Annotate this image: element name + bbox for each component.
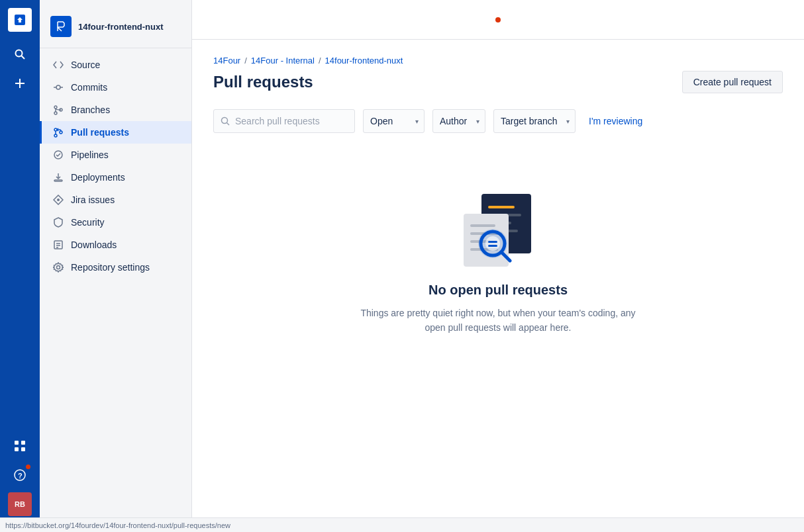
breadcrumb-sep-2: / <box>319 56 321 66</box>
empty-illustration <box>445 181 551 267</box>
sidebar-item-repo-settings[interactable]: Repository settings <box>40 256 191 279</box>
empty-state: No open pull requests Things are pretty … <box>213 154 783 362</box>
svg-point-21 <box>60 131 62 134</box>
sidebar-item-security[interactable]: Security <box>40 211 191 234</box>
sidebar-item-pipelines[interactable]: Pipelines <box>40 144 191 166</box>
breadcrumb-root[interactable]: 14Four <box>213 56 240 66</box>
sidebar-item-pull-requests[interactable]: Pull requests <box>40 121 191 144</box>
deployments-icon <box>52 171 64 183</box>
branches-icon <box>52 104 64 116</box>
source-icon <box>52 59 64 71</box>
downloads-icon <box>52 239 64 251</box>
svg-rect-48 <box>488 245 497 247</box>
sidebar-item-branches[interactable]: Branches <box>40 99 191 121</box>
add-icon-btn[interactable] <box>8 71 32 95</box>
sidebar-item-commits[interactable]: Commits <box>40 76 191 99</box>
filters-bar: Open Merged Declined ▾ Author ▾ Target b… <box>213 109 783 133</box>
user-avatar[interactable]: RB <box>8 492 32 516</box>
repo-header: 14four-frontend-nuxt <box>40 11 191 48</box>
breadcrumb-sep-1: / <box>244 56 247 66</box>
status-bar: https://bitbucket.org/14fourdev/14four-f… <box>0 517 804 532</box>
status-filter[interactable]: Open Merged Declined ▾ <box>363 109 425 133</box>
main-content: 14Four / 14Four - Internal / 14four-fron… <box>192 0 804 532</box>
top-bar <box>192 0 804 40</box>
content-area: 14Four / 14Four - Internal / 14four-fron… <box>192 40 804 532</box>
settings-icon <box>52 261 64 273</box>
empty-state-description: Things are pretty quiet right now, but w… <box>352 306 644 335</box>
pull-requests-icon <box>52 126 64 138</box>
icon-bar: ? RB <box>0 0 40 532</box>
search-input[interactable] <box>235 116 348 126</box>
svg-point-31 <box>222 118 228 124</box>
svg-rect-47 <box>488 241 497 243</box>
author-select[interactable]: Author <box>440 116 478 126</box>
svg-point-25 <box>57 199 60 201</box>
search-box <box>213 109 355 133</box>
search-icon-btn[interactable] <box>8 42 32 66</box>
author-filter[interactable]: Author ▾ <box>432 109 485 133</box>
sidebar-item-downloads[interactable]: Downloads <box>40 234 191 256</box>
pipelines-icon <box>52 149 64 161</box>
svg-line-32 <box>227 123 230 126</box>
notification-dot <box>495 17 501 22</box>
svg-point-16 <box>54 112 57 114</box>
sidebar: 14four-frontend-nuxt Source Commits <box>40 0 192 532</box>
sidebar-item-deployments[interactable]: Deployments <box>40 166 191 189</box>
svg-point-46 <box>485 236 500 251</box>
repo-icon <box>50 16 72 37</box>
sidebar-label-branches: Branches <box>71 105 110 115</box>
sidebar-label-deployments: Deployments <box>71 172 125 183</box>
svg-point-20 <box>54 134 57 137</box>
jira-icon <box>52 194 64 206</box>
commits-icon <box>52 81 64 93</box>
svg-rect-6 <box>21 441 25 445</box>
svg-text:?: ? <box>18 472 23 480</box>
svg-rect-39 <box>470 224 495 227</box>
breadcrumb: 14Four / 14Four - Internal / 14four-fron… <box>213 56 783 66</box>
svg-point-15 <box>54 106 57 109</box>
svg-rect-7 <box>15 447 19 451</box>
sidebar-label-jira: Jira issues <box>71 195 115 205</box>
sidebar-label-commits: Commits <box>71 82 107 93</box>
help-icon-btn[interactable]: ? <box>8 463 32 487</box>
status-bar-url: https://bitbucket.org/14fourdev/14four-f… <box>5 521 230 529</box>
sidebar-item-source[interactable]: Source <box>40 54 191 76</box>
svg-line-2 <box>22 56 25 60</box>
sidebar-item-jira-issues[interactable]: Jira issues <box>40 189 191 211</box>
search-icon <box>221 116 230 126</box>
target-branch-select[interactable]: Target branch <box>501 116 568 126</box>
apps-icon-btn[interactable] <box>8 434 32 458</box>
svg-point-30 <box>57 266 60 269</box>
breadcrumb-repo[interactable]: 14four-frontend-nuxt <box>325 56 403 66</box>
create-pull-request-button[interactable]: Create pull request <box>682 71 783 93</box>
sidebar-label-downloads: Downloads <box>71 240 117 250</box>
empty-state-title: No open pull requests <box>428 283 568 298</box>
status-select[interactable]: Open Merged Declined <box>370 116 417 126</box>
target-branch-filter[interactable]: Target branch ▾ <box>493 109 576 133</box>
svg-rect-8 <box>21 447 25 451</box>
security-icon <box>52 216 64 228</box>
page-title: Pull requests <box>213 73 313 91</box>
svg-point-1 <box>16 50 23 57</box>
svg-rect-24 <box>54 180 62 181</box>
breadcrumb-org[interactable]: 14Four - Internal <box>251 56 315 66</box>
svg-rect-34 <box>488 206 515 208</box>
page-header: Pull requests Create pull request <box>213 71 783 93</box>
sidebar-label-pipelines: Pipelines <box>71 150 109 160</box>
sidebar-label-source: Source <box>71 60 100 70</box>
sidebar-label-security: Security <box>71 217 105 228</box>
logo-icon[interactable] <box>8 8 32 32</box>
svg-point-12 <box>56 85 60 89</box>
svg-rect-5 <box>15 441 19 445</box>
svg-line-11 <box>58 27 62 31</box>
reviewing-filter-link[interactable]: I'm reviewing <box>583 109 648 133</box>
sidebar-label-pull-requests: Pull requests <box>71 127 129 138</box>
sidebar-nav: Source Commits <box>40 54 191 279</box>
sidebar-label-repo-settings: Repository settings <box>71 262 150 273</box>
repo-name: 14four-frontend-nuxt <box>78 22 164 32</box>
